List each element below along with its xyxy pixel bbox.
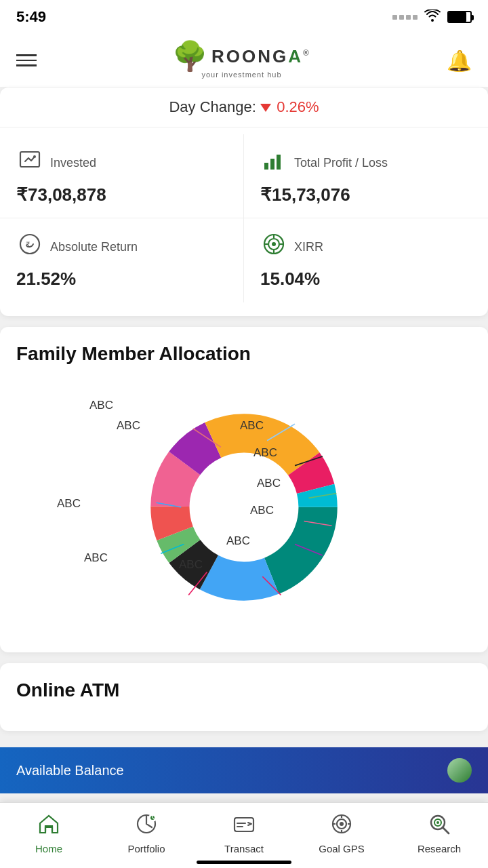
svg-point-1 [33,155,36,158]
nav-goalgps-label: Goal GPS [319,843,365,854]
donut-chart-container: ABC ABC ABC ABC ABC ABC ABC ABC ABC ABC [16,378,472,636]
stats-card: Day Change: 0.26% Invested [0,87,488,316]
xirr-icon [260,231,287,263]
transact-icon [231,811,257,840]
svg-point-48 [436,821,439,824]
donut-chart [142,406,346,609]
xirr-value: 15.04% [260,269,472,290]
down-arrow-icon [260,104,271,112]
main-content: Day Change: 0.26% Invested [0,87,488,850]
svg-point-24 [193,456,295,558]
available-balance-label: Available Balance [16,763,124,778]
svg-rect-2 [264,163,268,170]
day-change-bar: Day Change: 0.26% [0,87,488,127]
svg-rect-3 [270,159,274,170]
signal-icon [392,15,418,20]
absolute-return-label: Absolute Return [50,240,138,254]
battery-icon [447,11,472,23]
nav-research[interactable]: Research [402,811,476,854]
nav-portfolio[interactable]: Portfolio [109,811,184,854]
notification-bell-icon[interactable]: 🔔 [447,49,472,73]
donut-label-2: ABC [89,399,113,412]
research-icon [426,811,452,840]
menu-button[interactable] [16,54,37,66]
donut-label-10: ABC [57,497,81,511]
nav-portfolio-label: Portfolio [127,843,165,854]
stat-xirr: XIRR 15.04% [244,218,488,302]
invest-icon [16,146,43,179]
available-balance-circle [447,758,472,783]
absolute-return-value: 21.52% [16,269,227,290]
day-change-value: 0.26% [260,98,319,115]
portfolio-icon [134,811,159,840]
online-atm-card: Online ATM [0,663,488,731]
nav-home[interactable]: Home [12,811,86,854]
svg-point-5 [20,235,39,254]
family-allocation-title: Family Member Allocation [16,343,472,365]
nav-transact[interactable]: Transact [207,811,281,854]
profit-value: ₹15,73,076 [260,184,472,205]
status-time: 5:49 [16,8,46,26]
svg-rect-4 [277,155,281,170]
stat-invested: Invested ₹73,08,878 [0,134,244,218]
family-allocation-card: Family Member Allocation [0,327,488,652]
nav-goalgps[interactable]: Goal GPS [304,811,379,854]
invested-value: ₹73,08,878 [16,184,227,205]
stats-grid: Invested ₹73,08,878 Total Profit / Loss [0,134,488,302]
nav-home-label: Home [35,843,62,854]
home-indicator [197,861,291,864]
bottom-nav: Home Portfolio Transact [0,802,488,868]
wifi-icon [424,9,441,25]
svg-point-40 [340,822,344,826]
available-balance-bar: Available Balance [0,747,488,793]
svg-text:₹: ₹ [26,241,30,248]
nav-research-label: Research [418,843,461,854]
svg-line-46 [443,827,449,833]
logo-text: ROONGA® [211,46,311,66]
donut-label-9: ABC [84,551,108,565]
xirr-label: XIRR [294,240,323,254]
donut-label-1: ABC [117,419,140,433]
logo-tagline: your investment hub [201,71,281,79]
online-atm-title: Online ATM [16,679,472,701]
logo: 🌳 ROONGA® your investment hub [172,42,311,79]
return-icon: ₹ [16,231,43,263]
stat-profit: Total Profit / Loss ₹15,73,076 [244,134,488,218]
profit-label: Total Profit / Loss [294,156,388,170]
stat-absolute-return: ₹ Absolute Return 21.52% [0,218,244,302]
profit-icon [260,146,287,179]
home-icon [36,811,62,840]
day-change-label: Day Change: [169,98,256,115]
nav-transact-label: Transact [224,843,264,854]
goalgps-icon [329,811,354,840]
status-bar: 5:49 [0,0,488,34]
app-header: 🌳 ROONGA® your investment hub 🔔 [0,34,488,87]
svg-point-13 [272,242,276,246]
invested-label: Invested [50,156,96,170]
status-icons [392,9,472,25]
tree-icon: 🌳 [172,42,207,71]
